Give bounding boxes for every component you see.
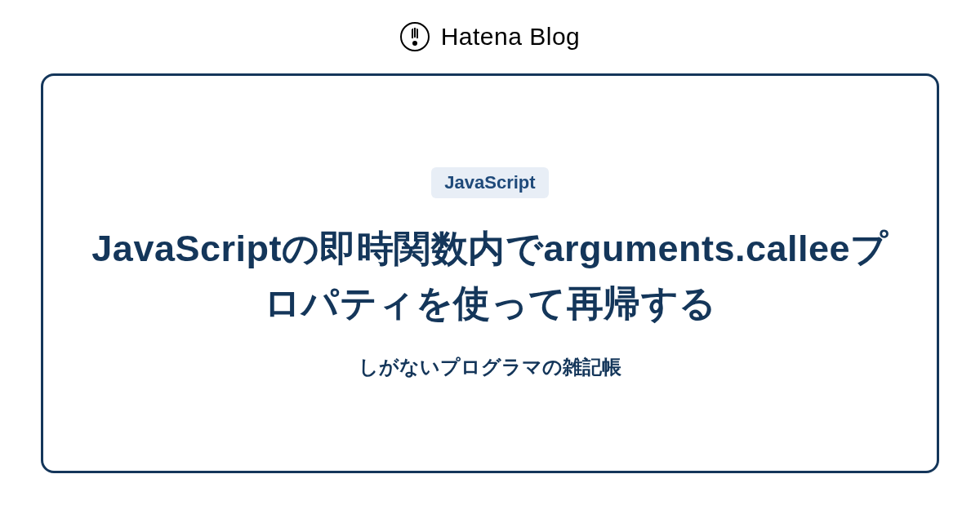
blog-name: しがないプログラマの雑記帳 bbox=[359, 354, 621, 380]
svg-point-1 bbox=[412, 41, 417, 46]
logo-text: Hatena Blog bbox=[441, 23, 581, 51]
hatena-logo-icon bbox=[400, 22, 430, 51]
article-card: JavaScript JavaScriptの即時関数内でarguments.ca… bbox=[41, 73, 939, 473]
header: Hatena Blog bbox=[0, 0, 980, 73]
article-title: JavaScriptの即時関数内でarguments.calleeプロパティを使… bbox=[76, 221, 904, 331]
category-tag: JavaScript bbox=[431, 167, 548, 198]
